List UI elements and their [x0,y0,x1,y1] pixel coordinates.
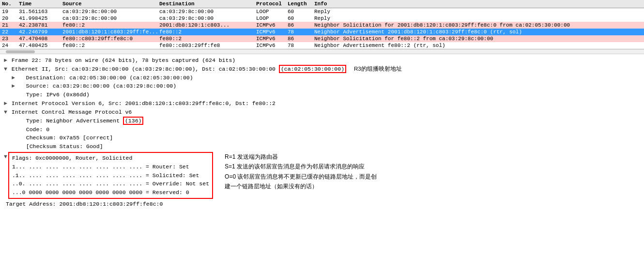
col-header-destination: Destination [159,1,256,7]
ethernet-line[interactable]: ▼ Ethernet II, Src: ca:03:29:8c:00:00 (c… [4,65,640,74]
expand-icon[interactable]: ▼ [4,108,11,117]
code-text: Code: 0 [12,125,49,134]
flags-header-line: Flags: 0xc0000000, Router, Solicited [12,154,209,163]
flags-reserved: ...0 0000 0000 0000 0000 0000 0000 0000 … [12,189,189,196]
expand-icon[interactable]: ► [12,82,18,90]
table-row[interactable]: 23 47.470408 fe80::c803:29ff:fe8c:0 fe80… [0,35,644,42]
ethernet-highlight: (ca:02:05:30:00:00) [279,65,346,73]
flags-text: Flags: 0xc0000000, Router, Solicited [12,155,132,161]
checksum-status-line[interactable]: [Checksum Status: Good] [4,142,640,151]
destination-line[interactable]: ► Destination: ca:02:05:30:00:00 (ca:02:… [4,74,640,82]
flags-r-line: 1... .... .... .... .... .... .... .... … [12,163,209,171]
type-136-highlight: (136) [123,117,144,125]
expand-icon[interactable]: ► [12,74,18,82]
frame-line[interactable]: ► Frame 22: 78 bytes on wire (624 bits),… [4,56,640,65]
flags-r: 1... .... .... .... .... .... .... .... … [12,164,189,170]
flags-reserved-line: ...0 0000 0000 0000 0000 0000 0000 0000 … [12,188,209,197]
flags-s-line: .1.. .... .... .... .... .... .... .... … [12,171,209,180]
table-row[interactable]: 21 42.238781 fe80::2 2001:db8:120:1:c803… [0,22,644,29]
frame-text: Frame 22: 78 bytes on wire (624 bits), 7… [12,56,235,65]
checksum-text: Checksum: 0x7a55 [correct] [12,134,113,142]
table-row[interactable]: 19 31.561163 ca:03:29:8c:00:00 ca:03:29:… [0,8,644,15]
col-header-protocol: Protocol [256,1,288,7]
annotation-o0: O=0 该邻居宣告消息将不更新已缓存的链路层地址，而是创 [225,172,377,181]
detail-panel: ► Frame 22: 78 bytes on wire (624 bits),… [0,54,644,211]
target-text: Target Address: 2001:db8:120:1:c803:29ff… [6,200,163,209]
expand-icon[interactable]: ► [4,99,11,108]
packet-list-header: No. Time Source Destination Protocol Len… [0,0,644,8]
packet-list-panel: No. Time Source Destination Protocol Len… [0,0,644,49]
expand-icon[interactable]: ► [4,56,11,65]
flags-o: ..0. .... .... .... .... .... .... .... … [12,181,209,187]
flags-s: .1.. .... .... .... .... .... .... .... … [12,172,199,179]
flags-o-line: ..0. .... .... .... .... .... .... .... … [12,180,209,188]
col-header-info: Info [314,1,642,7]
icmp-type-line[interactable]: Type: Neighbor Advertisement (136) [4,117,640,125]
source-text: Source: ca:03:29:8c:00:00 (ca:03:29:8c:0… [19,82,176,90]
destination-text: Destination: ca:02:05:30:00:00 (ca:02:05… [19,74,193,82]
checksum-status-text: [Checksum Status: Good] [12,142,103,151]
ethernet-text: Ethernet II, Src: ca:03:29:8c:00:00 (ca:… [12,65,346,74]
annotation-r1: R=1 发送端为路由器 [225,152,377,162]
table-row[interactable]: 20 41.998425 ca:03:29:8c:00:00 ca:03:29:… [0,15,644,22]
source-line[interactable]: ► Source: ca:03:29:8c:00:00 (ca:03:29:8c… [4,82,640,90]
col-header-source: Source [62,1,159,7]
annotation-s1: S=1 发送的该邻居宣告消息是作为邻居请求消息的响应 [225,162,377,171]
code-line[interactable]: Code: 0 [4,125,640,134]
ip-line[interactable]: ► Internet Protocol Version 6, Src: 2001… [4,99,640,108]
col-header-no: No. [2,1,19,7]
type-line[interactable]: Type: IPv6 (0x86dd) [4,90,640,99]
icmp-line[interactable]: ▼ Internet Control Message Protocol v6 [4,108,640,117]
flags-section[interactable]: ▼ Flags: 0xc0000000, Router, Solicited 1… [4,152,640,199]
ip-text: Internet Protocol Version 6, Src: 2001:d… [12,99,276,108]
icmp-text: Internet Control Message Protocol v6 [12,108,132,117]
ethernet-annotation: R3的组播映射地址 [354,65,402,74]
col-header-time: Time [19,1,62,7]
target-line[interactable]: Target Address: 2001:db8:120:1:c803:29ff… [4,200,640,209]
table-row[interactable]: 24 47.480425 fe80::2 fe80::c803:29ff:fe8… [0,42,644,49]
checksum-line[interactable]: Checksum: 0x7a55 [correct] [4,134,640,142]
expand-icon[interactable]: ▼ [4,152,7,161]
annotation-o0b: 建一个链路层地址（如果没有的话） [225,181,377,191]
icmp-type-text: Type: Neighbor Advertisement (136) [12,117,143,125]
type-text: Type: IPv6 (0x86dd) [12,90,90,99]
table-row[interactable]: 22 42.246799 2001:db8:120:1:c803:29ff:fe… [0,29,644,35]
col-header-length: Length [288,1,314,7]
expand-icon[interactable]: ▼ [4,65,11,74]
